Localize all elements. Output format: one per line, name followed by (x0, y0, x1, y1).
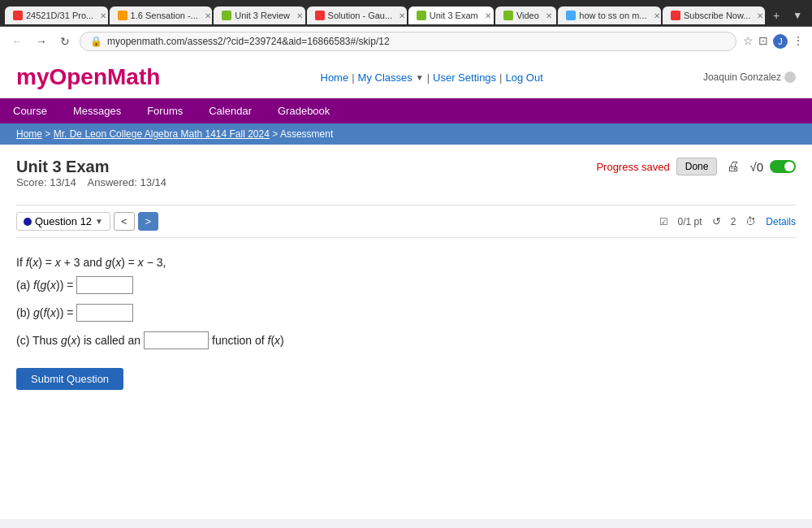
menu-forums[interactable]: Forums (134, 98, 196, 123)
breadcrumb: Home > Mr. De Leon College Algebra Math … (0, 123, 812, 145)
problem-statement: If f(x) = x + 3 and g(x) = x − 3, (16, 251, 796, 274)
pts-icon: ☑ (659, 216, 668, 227)
done-button[interactable]: Done (676, 158, 718, 175)
breadcrumb-sep-2: > (272, 128, 280, 140)
next-question-button[interactable]: > (138, 212, 159, 231)
answered-value: 13/14 (140, 176, 167, 188)
menu-icon[interactable]: ⋮ (793, 34, 804, 49)
tab-4-label: Solution - Gau... (328, 11, 393, 20)
score-value: 13/14 (50, 176, 76, 188)
menu-calendar[interactable]: Calendar (196, 98, 265, 123)
tab-7[interactable]: how to ss on m... ✕ (558, 6, 661, 24)
prev-question-button[interactable]: < (114, 212, 135, 231)
logo-my: my (16, 64, 49, 89)
tab-4-close[interactable]: ✕ (399, 11, 405, 20)
bookmark-icon[interactable]: ☆ (743, 34, 754, 49)
tab-1-icon (13, 11, 23, 20)
question-header: Unit 3 Exam Score: 13/14 Answered: 13/14… (16, 158, 796, 198)
retry-icon: ↺ (712, 215, 721, 227)
answered-label: Answered: (87, 176, 136, 188)
breadcrumb-sep-1: > (45, 128, 53, 140)
cast-icon[interactable]: ⊡ (758, 34, 768, 49)
question-dropdown-arrow-icon[interactable]: ▼ (95, 217, 103, 226)
tab-6-label: Video (516, 11, 539, 20)
pts-value: 0/1 pt (678, 216, 702, 227)
question-selector[interactable]: Question 12 ▼ (16, 212, 110, 231)
tab-1[interactable]: 24521D/31 Pro... ✕ (5, 6, 108, 24)
logo: myOpenMath (16, 64, 160, 90)
part-c-row: (c) Thus g(x) is called an function of f… (16, 329, 796, 352)
logo-open: Open (49, 64, 107, 89)
breadcrumb-course[interactable]: Mr. De Leon College Algebra Math 1414 Fa… (54, 128, 270, 140)
tab-7-close[interactable]: ✕ (654, 11, 660, 20)
retry-count: 2 (731, 216, 736, 227)
breadcrumb-home[interactable]: Home (16, 128, 42, 140)
question-title-section: Unit 3 Exam Score: 13/14 Answered: 13/14 (16, 158, 166, 198)
tab-5-label: Unit 3 Exam (430, 11, 478, 20)
my-classes-link[interactable]: My Classes (358, 71, 412, 84)
toggle-switch[interactable] (770, 160, 796, 173)
url-text: myopenmath.com/assess2/?cid=239724&aid=1… (107, 36, 390, 47)
sqrt-icon: √0 (749, 160, 763, 174)
logout-link[interactable]: Log Out (506, 71, 543, 84)
tab-5-close[interactable]: ✕ (485, 11, 491, 20)
submit-question-button[interactable]: Submit Question (16, 368, 123, 390)
address-bar: ← → ↻ 🔒 myopenmath.com/assess2/?cid=2397… (0, 26, 812, 56)
address-actions: ☆ ⊡ J ⋮ (743, 34, 804, 49)
nav-separator-1: | (352, 71, 354, 84)
part-b-label: (b) g(f(x)) = (16, 301, 73, 324)
tab-6-icon (503, 11, 513, 20)
tab-4[interactable]: Solution - Gau... ✕ (307, 6, 407, 24)
tab-5[interactable]: Unit 3 Exam ✕ (408, 6, 494, 24)
tab-2-icon (118, 11, 127, 20)
tab-8-icon (671, 11, 680, 20)
tab-8[interactable]: Subscribe Now... ✕ (663, 6, 765, 24)
part-b-input[interactable] (76, 304, 133, 322)
menu-messages[interactable]: Messages (60, 98, 134, 123)
new-tab-button[interactable]: + (767, 5, 786, 26)
user-settings-link[interactable]: User Settings (433, 71, 496, 84)
details-link[interactable]: Details (766, 216, 796, 227)
tab-6-close[interactable]: ✕ (546, 11, 552, 20)
part-a-row: (a) f(g(x)) = (16, 274, 796, 296)
url-bar[interactable]: 🔒 myopenmath.com/assess2/?cid=239724&aid… (80, 32, 736, 51)
menu-gradebook[interactable]: Gradebook (265, 98, 343, 123)
tab-overflow-button[interactable]: ▼ (788, 6, 807, 25)
question-number-label: Question 12 (35, 215, 92, 227)
tab-1-close[interactable]: ✕ (100, 11, 106, 20)
question-title: Unit 3 Exam (16, 158, 166, 176)
tab-2-close[interactable]: ✕ (205, 11, 211, 20)
part-c-prefix: (c) Thus g(x) is called an (16, 329, 140, 352)
tab-3[interactable]: Unit 3 Review ✕ (214, 6, 304, 24)
forward-button[interactable]: → (32, 33, 50, 50)
part-a-input[interactable] (76, 276, 133, 294)
part-c-suffix: function of f(x) (212, 329, 284, 352)
nav-separator-2: | (427, 71, 430, 84)
question-dot-icon (24, 218, 32, 226)
progress-saved-text: Progress saved (596, 161, 669, 173)
tab-1-label: 24521D/31 Pro... (26, 11, 93, 20)
back-button[interactable]: ← (8, 33, 26, 50)
math-problem: If f(x) = x + 3 and g(x) = x − 3, (a) f(… (16, 251, 796, 352)
profile-icon[interactable]: J (773, 34, 788, 49)
dropdown-arrow-icon[interactable]: ▼ (416, 73, 424, 82)
part-a-label: (a) f(g(x)) = (16, 274, 73, 296)
home-link[interactable]: Home (321, 71, 349, 84)
breadcrumb-section: Assessment (280, 128, 333, 140)
menu-course[interactable]: Course (0, 98, 60, 123)
nav-separator-3: | (499, 71, 502, 84)
part-c-input[interactable] (144, 331, 209, 349)
tab-3-close[interactable]: ✕ (296, 11, 303, 20)
question-nav: Question 12 ▼ < > ☑ 0/1 pt ↺ 2 ⏱ Details (16, 212, 796, 238)
tab-4-icon (315, 11, 325, 20)
browser-chrome: 24521D/31 Pro... ✕ 1.6 Sensation -... ✕ … (0, 0, 812, 56)
header-nav: Home | My Classes ▼ | User Settings | Lo… (321, 71, 543, 84)
logo-math: Math (107, 64, 160, 89)
tab-6[interactable]: Video ✕ (495, 6, 556, 24)
tab-8-label: Subscribe Now... (684, 11, 751, 20)
logo-text: myOpenMath (16, 64, 160, 89)
tab-2[interactable]: 1.6 Sensation -... ✕ (110, 6, 213, 24)
refresh-button[interactable]: ↻ (57, 33, 73, 50)
print-button[interactable]: 🖨 (723, 158, 743, 175)
tab-8-close[interactable]: ✕ (757, 11, 763, 20)
